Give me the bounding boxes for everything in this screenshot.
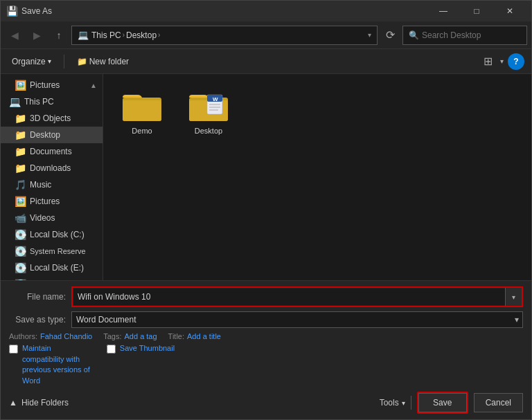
savetype-select[interactable]: Word Document PDF Plain Text Rich Text F… [71,311,523,328]
close-button[interactable]: ✕ [494,1,526,21]
videos-icon: 📹 [15,212,26,223]
file-area: Demo [103,74,531,280]
maximize-button[interactable]: □ [461,1,493,21]
maintain-compat-checkbox[interactable] [9,345,18,354]
pictures-top-icon: 🖼️ [15,80,26,91]
desktop-icon: 📁 [15,129,26,140]
title-item: Title: Add a title [168,332,221,340]
sidebar-item-label: This PC [24,97,54,107]
demo-folder-label: Demo [132,127,152,135]
sidebar-item-label: Local Disk (E:) [30,263,84,273]
toolbar-separator [64,55,64,69]
footer-row: ▲ Hide Folders Tools ▾ Save Cancel [9,392,523,414]
view-controls: ⊞ ▾ ? [479,53,524,70]
address-icon: 💻 [78,30,89,40]
pictures-icon: 🖼️ [15,196,26,207]
window-icon: 💾 [6,6,17,17]
footer-actions: Tools ▾ Save Cancel [380,392,523,414]
filename-dropdown-btn[interactable]: ▾ [505,288,522,306]
back-button[interactable]: ◀ [5,26,24,45]
sidebar-item-this-pc[interactable]: 💻 This PC [1,93,103,110]
new-folder-button[interactable]: 📁 New folder [73,54,133,69]
organize-arrow: ▾ [48,57,51,65]
filename-label: File name: [9,292,71,302]
tools-label: Tools [380,398,399,408]
sidebar-item-label: Local Disk (C:) [30,230,85,239]
sidebar-item-label: Pictures [30,80,60,90]
help-button[interactable]: ? [508,53,524,70]
sidebar-item-system-reserved[interactable]: 💽 System Reserve [1,243,103,259]
view-toggle-button[interactable]: ⊞ [479,53,496,70]
sidebar-item-pictures[interactable]: 🖼️ Pictures [1,193,103,210]
cancel-button[interactable]: Cancel [474,393,523,412]
save-thumbnail-label[interactable]: Save Thumbnail [120,343,175,354]
title-controls: — □ ✕ [427,1,526,21]
sidebar-item-downloads[interactable]: 📁 Downloads [1,160,103,176]
sidebar: 🖼️ Pictures ▲ 💻 This PC 📁 3D Objects 📁 D… [1,74,103,280]
address-bar[interactable]: 💻 This PC › Desktop › ▾ [71,26,378,45]
save-button[interactable]: Save [418,393,467,412]
3d-objects-icon: 📁 [15,113,26,124]
authors-item: Authors: Fahad Chandio [9,332,92,340]
filename-row: File name: ▾ [9,286,523,307]
hide-folders-btn[interactable]: ▲ Hide Folders [9,398,69,408]
save-thumbnail-item: Save Thumbnail [107,343,175,354]
sidebar-item-desktop[interactable]: 📁 Desktop [1,127,103,143]
file-item-desktop[interactable]: W Desktop [181,85,236,139]
up-button[interactable]: ↑ [49,26,69,45]
save-as-dialog: 💾 Save As — □ ✕ ◀ ▶ ↑ 💻 This PC › Deskto… [0,0,532,420]
svg-text:W: W [213,96,218,102]
breadcrumb-this-pc: This PC [91,30,121,40]
desktop-folder-icon: W [188,89,229,124]
demo-folder-icon [121,89,163,124]
search-bar: 🔍 [402,26,527,45]
title-label: Title: [168,332,184,340]
savetype-wrapper: Word Document PDF Plain Text Rich Text F… [71,311,523,328]
sidebar-item-documents[interactable]: 📁 Documents [1,143,103,160]
system-reserved-icon: 💽 [15,246,26,257]
authors-label: Authors: [9,332,37,340]
organize-button[interactable]: Organize ▾ [8,54,55,69]
sidebar-item-label: System Reserve [30,247,86,255]
bottom-section: File name: ▾ Save as type: Word Document… [1,280,531,419]
search-icon: 🔍 [409,30,419,40]
sidebar-item-local-disk-c[interactable]: 💽 Local Disk (C:) [1,226,103,243]
new-folder-label: New folder [89,57,129,66]
minimize-button[interactable]: — [427,1,459,21]
maintain-compat-label[interactable]: Maintaincompatibility withprevious versi… [22,343,90,386]
local-disk-c-icon: 💽 [15,229,26,240]
tools-dropdown[interactable]: Tools ▾ [380,398,405,408]
sidebar-item-label: Pictures [30,197,60,206]
tags-value[interactable]: Add a tag [125,332,157,340]
view-dropdown-arrow: ▾ [500,57,504,65]
search-input[interactable] [422,30,521,40]
sidebar-item-label: Documents [30,147,72,156]
svg-rect-1 [123,100,161,121]
breadcrumb-desktop: Desktop [126,30,157,40]
title-value[interactable]: Add a title [187,332,221,340]
save-thumbnail-checkbox[interactable] [107,345,116,354]
address-dropdown-arrow: ▾ [368,31,371,39]
maintain-compat-item: Maintaincompatibility withprevious versi… [9,343,90,386]
sidebar-item-3d-objects[interactable]: 📁 3D Objects [1,110,103,127]
sidebar-item-music[interactable]: 🎵 Music [1,176,103,193]
filename-input[interactable] [73,289,521,305]
sidebar-item-videos[interactable]: 📹 Videos [1,210,103,226]
sidebar-item-pictures-top[interactable]: 🖼️ Pictures ▲ [1,77,103,93]
tags-item: Tags: Add a tag [103,332,157,340]
title-bar: 💾 Save As — □ ✕ [1,1,531,21]
filename-input-wrapper: ▾ [71,286,523,307]
collapse-arrow-icon: ▲ [9,398,17,408]
collapse-icon: ▲ [90,82,97,89]
savetype-row: Save as type: Word Document PDF Plain Te… [9,311,523,328]
music-icon: 🎵 [15,179,26,190]
navigation-bar: ◀ ▶ ↑ 💻 This PC › Desktop › ▾ ⟳ 🔍 [1,21,531,49]
tools-arrow-icon: ▾ [402,399,405,407]
sidebar-item-local-disk-e[interactable]: 💽 Local Disk (E:) [1,259,103,276]
forward-button[interactable]: ▶ [27,26,46,45]
refresh-button[interactable]: ⟳ [380,26,400,45]
footer-separator [411,396,411,410]
authors-value[interactable]: Fahad Chandio [40,332,92,340]
file-item-demo[interactable]: Demo [114,85,170,139]
new-folder-icon: 📁 [77,57,87,66]
